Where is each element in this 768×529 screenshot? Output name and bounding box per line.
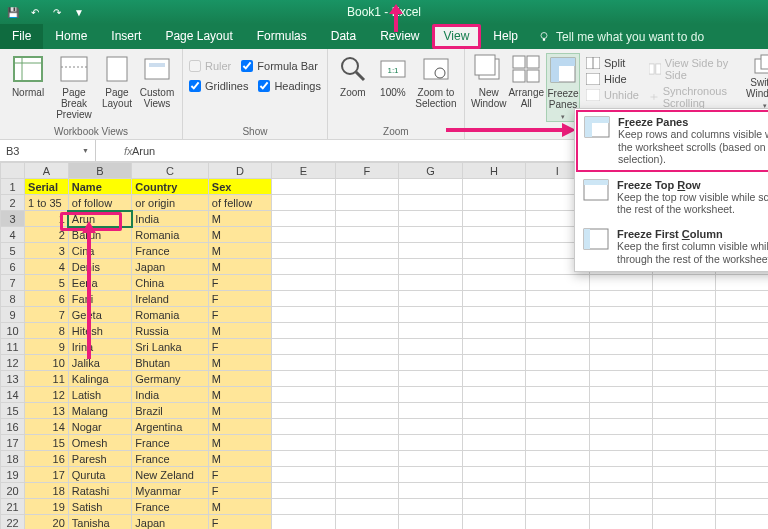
row-header[interactable]: 16 <box>1 419 25 435</box>
cell[interactable] <box>272 419 335 435</box>
cell[interactable]: 14 <box>25 419 69 435</box>
cell[interactable] <box>399 195 462 211</box>
row-header[interactable]: 13 <box>1 371 25 387</box>
cell[interactable] <box>272 371 335 387</box>
cell[interactable] <box>653 499 716 515</box>
cell[interactable]: Tanisha <box>68 515 131 530</box>
cell[interactable]: Germany <box>132 371 209 387</box>
cell[interactable] <box>589 307 652 323</box>
cell[interactable] <box>526 483 589 499</box>
cell[interactable]: France <box>132 243 209 259</box>
cell[interactable] <box>399 243 462 259</box>
cell[interactable]: Sri Lanka <box>132 339 209 355</box>
cell[interactable]: Argentina <box>132 419 209 435</box>
cell[interactable] <box>653 483 716 499</box>
cell[interactable]: 18 <box>25 483 69 499</box>
cell[interactable] <box>272 275 335 291</box>
row-header[interactable]: 12 <box>1 355 25 371</box>
cell[interactable]: Name <box>68 179 131 195</box>
cell[interactable]: M <box>208 227 271 243</box>
cell[interactable] <box>462 403 525 419</box>
col-G[interactable]: G <box>399 163 462 179</box>
row-header[interactable]: 14 <box>1 387 25 403</box>
row-header[interactable]: 17 <box>1 435 25 451</box>
col-A[interactable]: A <box>25 163 69 179</box>
cell[interactable] <box>399 451 462 467</box>
cell[interactable]: 8 <box>25 323 69 339</box>
cell[interactable] <box>399 515 462 530</box>
row-header[interactable]: 8 <box>1 291 25 307</box>
cell[interactable]: Cina <box>68 243 131 259</box>
cell[interactable] <box>272 259 335 275</box>
tab-formulas[interactable]: Formulas <box>245 24 319 49</box>
tab-help[interactable]: Help <box>481 24 530 49</box>
cell[interactable]: F <box>208 275 271 291</box>
cell[interactable] <box>272 355 335 371</box>
cell[interactable] <box>335 307 398 323</box>
cell[interactable] <box>335 179 398 195</box>
cell[interactable]: 6 <box>25 291 69 307</box>
row-header[interactable]: 5 <box>1 243 25 259</box>
cell[interactable]: Geeta <box>68 307 131 323</box>
cell[interactable] <box>716 499 768 515</box>
cell[interactable] <box>716 419 768 435</box>
formula-bar-checkbox[interactable]: Formula Bar <box>241 59 318 73</box>
cell[interactable]: M <box>208 435 271 451</box>
cell[interactable]: Omesh <box>68 435 131 451</box>
cell[interactable] <box>335 371 398 387</box>
cell[interactable] <box>399 355 462 371</box>
switch-windows-button[interactable]: Switch Windows ▾ <box>746 53 768 110</box>
cell[interactable]: India <box>132 387 209 403</box>
cell[interactable]: Japan <box>132 259 209 275</box>
cell[interactable]: M <box>208 419 271 435</box>
cell[interactable] <box>589 483 652 499</box>
cell[interactable]: Sex <box>208 179 271 195</box>
cell[interactable] <box>653 371 716 387</box>
cell[interactable] <box>272 195 335 211</box>
cell[interactable] <box>399 435 462 451</box>
cell[interactable]: F <box>208 307 271 323</box>
cell[interactable] <box>399 259 462 275</box>
cell[interactable] <box>335 403 398 419</box>
cell[interactable] <box>272 339 335 355</box>
col-D[interactable]: D <box>208 163 271 179</box>
cell[interactable]: M <box>208 211 271 227</box>
col-B[interactable]: B <box>68 163 131 179</box>
cell[interactable] <box>589 371 652 387</box>
cell[interactable] <box>399 483 462 499</box>
cell[interactable] <box>589 275 652 291</box>
cell[interactable]: 7 <box>25 307 69 323</box>
cell[interactable] <box>589 419 652 435</box>
cell[interactable]: F <box>208 483 271 499</box>
col-F[interactable]: F <box>335 163 398 179</box>
cell[interactable] <box>272 467 335 483</box>
row-header[interactable]: 10 <box>1 323 25 339</box>
cell[interactable]: Russia <box>132 323 209 339</box>
row-header[interactable]: 15 <box>1 403 25 419</box>
cell[interactable] <box>462 387 525 403</box>
cell[interactable] <box>335 275 398 291</box>
cell[interactable] <box>272 515 335 530</box>
cell[interactable] <box>716 387 768 403</box>
cell[interactable]: M <box>208 371 271 387</box>
row-header[interactable]: 18 <box>1 451 25 467</box>
cell[interactable] <box>399 339 462 355</box>
cell[interactable]: F <box>208 291 271 307</box>
name-box-dropdown-icon[interactable]: ▼ <box>82 147 89 154</box>
cell[interactable] <box>589 339 652 355</box>
cell[interactable]: M <box>208 323 271 339</box>
cell[interactable]: China <box>132 275 209 291</box>
cell[interactable] <box>335 467 398 483</box>
row-header[interactable]: 9 <box>1 307 25 323</box>
cell[interactable] <box>716 403 768 419</box>
col-H[interactable]: H <box>462 163 525 179</box>
cell[interactable] <box>716 323 768 339</box>
cell[interactable]: Paresh <box>68 451 131 467</box>
cell[interactable] <box>462 259 525 275</box>
cell[interactable] <box>335 227 398 243</box>
cell[interactable]: Bhutan <box>132 355 209 371</box>
cell[interactable] <box>272 483 335 499</box>
row-header[interactable]: 1 <box>1 179 25 195</box>
cell[interactable] <box>716 435 768 451</box>
cell[interactable]: Brazil <box>132 403 209 419</box>
